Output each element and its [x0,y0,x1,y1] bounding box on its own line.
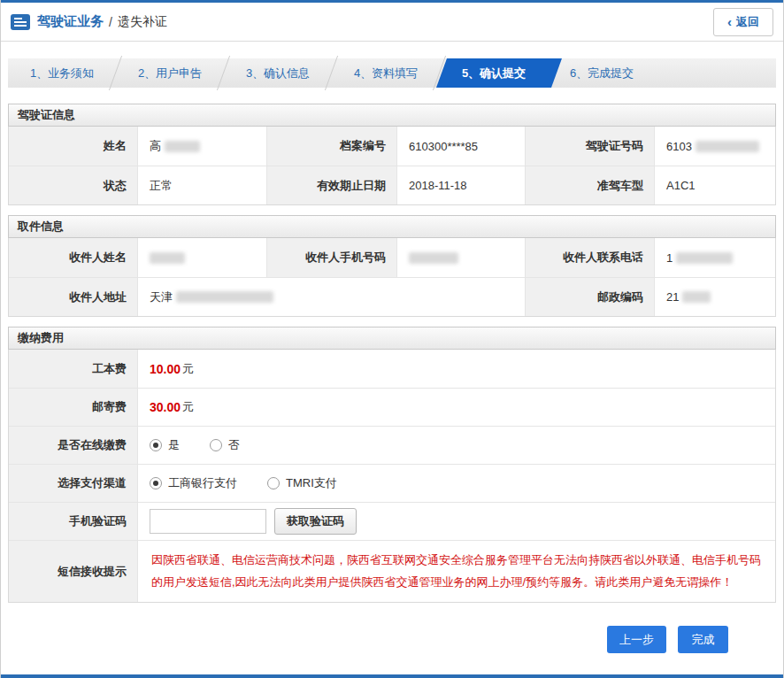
recipient-phone-value: 1 [654,238,775,277]
file-no-value: 610300****85 [396,127,525,166]
online-pay-options: 是 否 [137,426,775,464]
redacted-blur [676,252,733,264]
cost-fee-unit: 元 [182,361,194,377]
recipient-name-label: 收件人姓名 [9,238,137,277]
payment-table: 工本费 10.00 元 邮寄费 30.00 元 是否在线缴费 是 否 [8,350,776,603]
license-section-title: 驾驶证信息 [8,104,776,127]
bottom-accent-bar [1,674,783,678]
recipient-phone-label: 收件人联系电话 [525,238,654,277]
chevron-left-icon: ‹ [727,15,732,28]
cost-fee-value: 10.00 元 [137,350,775,388]
page-title: 驾驶证业务 [37,13,104,30]
radio-unchecked-icon [267,477,280,489]
radio-label-no: 否 [228,437,240,453]
license-no-label: 驾驶证号码 [525,127,654,166]
postage-fee-label: 邮寄费 [9,388,137,426]
step-2-user-declaration: 2、用户申告 [116,58,224,88]
name-label: 姓名 [9,127,137,166]
sms-code-input[interactable] [150,509,266,534]
back-label: 返回 [736,14,759,30]
step-4-fill-data: 4、资料填写 [332,58,440,88]
sms-notice-cell: 因陕西省联通、电信运营商技术问题，陕西省互联网交通安全综合服务管理平台无法向持陕… [137,540,775,602]
header: 驾驶证业务 / 遗失补证 ‹ 返回 [1,3,783,42]
license-info-table: 姓名 高 档案编号 610300****85 驾驶证号码 6103 状态 正常 … [8,127,776,205]
footer-actions: 上一步 完成 [8,626,728,653]
redacted-blur [409,252,458,264]
sms-code-row: 获取验证码 [137,502,775,540]
name-text: 高 [150,138,161,154]
radio-label-yes: 是 [168,437,180,453]
radio-checked-icon [150,439,162,451]
step-5-confirm-submit-active: 5、确认提交 [440,58,548,88]
expiry-value: 2018-11-18 [396,166,525,204]
status-label: 状态 [9,166,137,204]
phone-text: 1 [666,251,673,265]
license-no-value: 6103 [654,127,775,166]
radio-option-icbc[interactable]: 工商银行支付 [150,475,237,491]
cost-fee-amount: 10.00 [150,362,181,376]
postage-fee-amount: 30.00 [150,400,181,414]
sms-code-label: 手机验证码 [9,502,137,540]
radio-label-tmri: TMRI支付 [286,475,337,491]
back-button[interactable]: ‹ 返回 [713,8,773,36]
license-service-icon [11,14,30,30]
status-value: 正常 [137,166,266,204]
delivery-info-table: 收件人姓名 收件人手机号码 收件人联系电话 1 收件人地址 天津 邮政编码 21 [8,238,776,317]
license-info-section: 驾驶证信息 姓名 高 档案编号 610300****85 驾驶证号码 6103 … [8,104,776,205]
pay-channel-options: 工商银行支付 TMRI支付 [137,464,775,502]
recipient-mobile-value [396,238,525,277]
step-label: 4、资料填写 [354,65,418,81]
delivery-info-section: 取件信息 收件人姓名 收件人手机号码 收件人联系电话 1 收件人地址 天津 邮政… [8,215,776,317]
prev-step-button[interactable]: 上一步 [607,626,666,653]
radio-option-tmri[interactable]: TMRI支付 [267,475,337,491]
step-label: 1、业务须知 [30,65,94,81]
vehicle-class-label: 准驾车型 [525,166,654,204]
name-value: 高 [137,127,266,166]
expiry-label: 有效期止日期 [266,166,396,204]
redacted-blur [165,141,200,152]
step-progress-bar: 1、业务须知 2、用户申告 3、确认信息 4、资料填写 5、确认提交 6、完成提… [8,58,776,88]
zip-code-value: 21 [654,277,775,316]
recipient-name-value [137,238,266,277]
online-pay-label: 是否在线缴费 [9,426,137,464]
redacted-blur [696,141,759,152]
file-no-label: 档案编号 [266,127,396,166]
step-label: 3、确认信息 [246,65,310,81]
step-label: 6、完成提交 [570,65,634,81]
postage-fee-value: 30.00 元 [137,388,775,426]
radio-checked-icon [150,477,162,489]
payment-section-title: 缴纳费用 [8,327,776,350]
recipient-address-label: 收件人地址 [9,277,137,316]
get-sms-code-button[interactable]: 获取验证码 [274,508,357,535]
step-6-finish-submit: 6、完成提交 [548,58,656,88]
radio-unchecked-icon [210,439,222,451]
redacted-blur [176,291,273,303]
radio-option-yes[interactable]: 是 [150,437,180,453]
step-1-business-notice: 1、业务须知 [8,58,116,88]
title-separator: / [109,15,112,29]
zip-text: 21 [666,290,679,304]
step-label: 2、用户申告 [138,65,202,81]
zip-code-label: 邮政编码 [525,277,654,316]
step-3-confirm-info: 3、确认信息 [224,58,332,88]
recipient-address-value: 天津 [137,277,525,316]
radio-option-no[interactable]: 否 [210,437,240,453]
step-label: 5、确认提交 [462,65,526,81]
delivery-section-title: 取件信息 [8,215,776,238]
license-no-text: 6103 [666,140,692,153]
redacted-blur [150,252,185,264]
page-subtitle: 遗失补证 [118,14,167,30]
vehicle-class-value: A1C1 [654,166,775,204]
radio-label-icbc: 工商银行支付 [168,475,237,491]
address-text: 天津 [150,289,173,305]
redacted-blur [682,291,711,303]
sms-notice-label: 短信接收提示 [9,540,137,602]
cost-fee-label: 工本费 [9,350,137,388]
finish-button[interactable]: 完成 [678,626,728,653]
recipient-mobile-label: 收件人手机号码 [266,238,396,277]
payment-section: 缴纳费用 工本费 10.00 元 邮寄费 30.00 元 是否在线缴费 是 否 [8,327,776,603]
postage-fee-unit: 元 [182,399,194,415]
pay-channel-label: 选择支付渠道 [9,464,137,502]
sms-notice-text: 因陕西省联通、电信运营商技术问题，陕西省互联网交通安全综合服务管理平台无法向持陕… [151,550,762,593]
page: 驾驶证业务 / 遗失补证 ‹ 返回 1、业务须知 2、用户申告 3、确认信息 4… [0,0,784,678]
